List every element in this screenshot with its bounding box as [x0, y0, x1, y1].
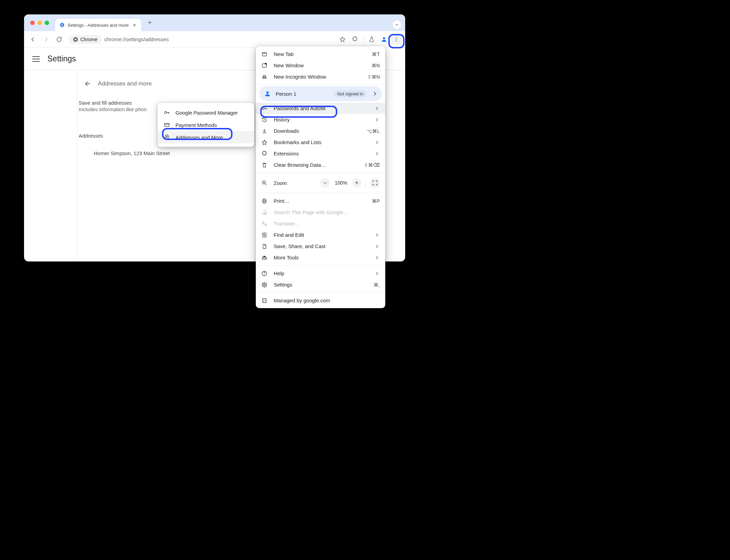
zoom-icon: [261, 180, 267, 186]
url-text: chrome://settings/addresses: [104, 36, 169, 42]
menu-extensions[interactable]: Extensions: [256, 148, 385, 159]
find-icon: [261, 232, 267, 238]
chevron-right-icon: [374, 151, 380, 156]
menu-search-page: Search This Page with Google…: [256, 207, 385, 218]
toolbox-icon: [261, 255, 267, 261]
menu-label: New Window: [274, 62, 365, 68]
menu-downloads[interactable]: Downloads ⌥⌘L: [256, 125, 385, 137]
svg-point-4: [396, 39, 397, 40]
menu-label: Clear Browsing Data…: [274, 162, 358, 168]
menu-save-share[interactable]: Save, Share, and Cast: [256, 241, 385, 252]
menu-print[interactable]: Print… ⌘P: [256, 195, 385, 207]
fullscreen-button[interactable]: [370, 178, 380, 188]
menu-settings[interactable]: Settings ⌘,: [256, 279, 385, 290]
toolbar-separator: [363, 36, 363, 43]
svg-rect-9: [262, 52, 266, 56]
svg-point-1: [75, 38, 76, 40]
menu-bookmarks[interactable]: Bookmarks and Lists: [256, 137, 385, 148]
menu-label: Translate…: [274, 221, 380, 226]
reload-icon: [56, 36, 62, 43]
menu-managed[interactable]: Managed by google.com: [256, 295, 385, 306]
menu-new-tab[interactable]: New Tab ⌘T: [256, 48, 385, 60]
submenu-label: Payment Methods: [175, 122, 217, 128]
arrow-back-icon[interactable]: [84, 80, 92, 88]
menu-profile[interactable]: Person 1 Not signed in: [259, 86, 382, 101]
chrome-icon: [73, 37, 78, 42]
back-button[interactable]: [27, 34, 38, 45]
fullscreen-icon: [372, 180, 378, 186]
menu-label: Settings: [274, 282, 367, 288]
menu-clear-data[interactable]: Clear Browsing Data… ⇧⌘⌫: [256, 159, 385, 171]
chevron-right-icon: [374, 271, 380, 276]
arrow-right-icon: [43, 36, 49, 43]
menu-label: New Incognito Window: [274, 74, 361, 80]
chevron-right-icon: [374, 255, 380, 260]
menu-more-tools[interactable]: More Tools: [256, 252, 385, 263]
close-tab-button[interactable]: ✕: [132, 22, 137, 28]
building-icon: [261, 298, 267, 304]
submenu-password-manager[interactable]: Google Password Manager: [158, 106, 254, 119]
chevron-right-icon: [374, 106, 380, 111]
menu-label: Managed by google.com: [274, 298, 380, 303]
svg-rect-16: [263, 233, 266, 237]
new-tab-button[interactable]: +: [145, 18, 155, 28]
profile-icon: [264, 90, 271, 97]
incognito-icon: [261, 74, 267, 80]
svg-rect-18: [262, 257, 266, 259]
submenu-payment-methods[interactable]: Payment Methods: [158, 119, 254, 131]
chevron-down-icon: [395, 23, 399, 27]
google-icon: [261, 209, 267, 215]
tabs-dropdown-button[interactable]: [393, 21, 401, 29]
reload-button[interactable]: [54, 34, 65, 45]
more-menu-button[interactable]: [391, 34, 402, 45]
menu-shortcut: ⌘T: [372, 51, 380, 57]
menu-label: New Tab: [274, 51, 366, 57]
menu-help[interactable]: Help: [256, 268, 385, 279]
print-icon: [261, 198, 267, 204]
menu-shortcut: ⇧⌘N: [367, 74, 380, 80]
svg-point-5: [396, 40, 397, 42]
puzzle-icon: [261, 151, 267, 157]
forward-button[interactable]: [41, 34, 52, 45]
window-controls: [30, 21, 49, 25]
extensions-button[interactable]: [349, 34, 360, 45]
profile-name: Person 1: [276, 91, 329, 97]
new-window-icon: [261, 62, 267, 69]
submenu-addresses[interactable]: Addresses and More: [158, 131, 254, 143]
svg-point-6: [164, 112, 167, 114]
menu-history[interactable]: History: [256, 114, 385, 125]
browser-tab[interactable]: Settings - Addresses and more ✕: [55, 19, 141, 31]
menu-passwords-autofill[interactable]: Passwords and Autofill: [256, 103, 385, 114]
minimize-window-button[interactable]: [37, 21, 42, 25]
settings-icon: [59, 22, 65, 28]
bookmark-button[interactable]: [337, 34, 348, 45]
chrome-main-menu: New Tab ⌘T New Window ⌘N New Incognito W…: [256, 46, 385, 308]
menu-label: Extensions: [274, 151, 368, 156]
maximize-window-button[interactable]: [45, 21, 49, 25]
profile-button[interactable]: [378, 34, 389, 45]
flask-icon: [368, 36, 375, 43]
menu-new-window[interactable]: New Window ⌘N: [256, 60, 385, 71]
zoom-in-button[interactable]: +: [352, 178, 362, 188]
help-icon: [261, 270, 267, 277]
profile-icon: [381, 36, 387, 43]
address-bar[interactable]: Chrome chrome://settings/addresses: [69, 33, 333, 46]
zoom-out-button[interactable]: −: [320, 178, 330, 188]
menu-find-edit[interactable]: Find and Edit: [256, 229, 385, 241]
svg-point-14: [262, 107, 264, 109]
svg-rect-7: [164, 124, 169, 127]
chevron-right-icon: [374, 117, 380, 122]
svg-point-17: [263, 234, 265, 235]
menu-toggle-button[interactable]: [32, 56, 40, 62]
zoom-controls: − 100% +: [320, 178, 380, 188]
page-title: Settings: [47, 54, 76, 63]
submenu-label: Google Password Manager: [175, 110, 238, 116]
trash-icon: [261, 162, 267, 168]
close-window-button[interactable]: [30, 21, 35, 25]
svg-point-21: [264, 284, 265, 285]
location-icon: [164, 134, 170, 140]
new-tab-icon: [261, 51, 267, 57]
menu-new-incognito[interactable]: New Incognito Window ⇧⌘N: [256, 71, 385, 82]
toolbar: Chrome chrome://settings/addresses: [24, 31, 405, 48]
labs-button[interactable]: [366, 34, 377, 45]
